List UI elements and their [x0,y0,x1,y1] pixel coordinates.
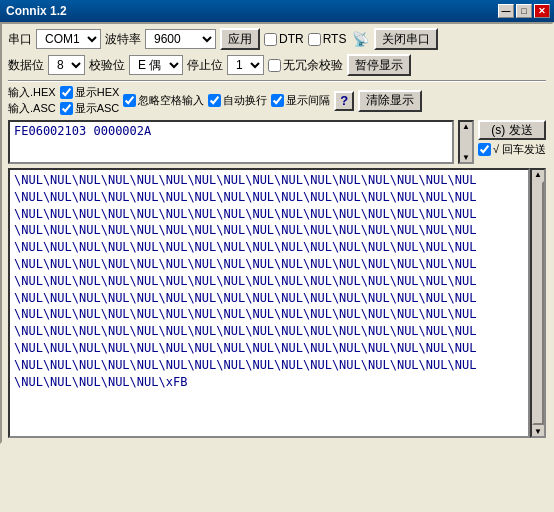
output-line: \NUL\NUL\NUL\NUL\NUL\NUL\NUL\NUL\NUL\NUL… [14,172,524,189]
output-line: \NUL\NUL\NUL\NUL\NUL\NUL\NUL\NUL\NUL\NUL… [14,306,524,323]
output-display: \NUL\NUL\NUL\NUL\NUL\NUL\NUL\NUL\NUL\NUL… [8,168,530,438]
dtr-label: DTR [279,32,304,46]
row-serial-settings: 数据位 8 7 校验位 E 偶 N 无 停止位 1 2 无冗余校验 暂停显示 [8,54,546,76]
auto-wrap-label: 自动换行 [223,93,267,108]
scroll-thumb[interactable] [532,181,544,425]
show-asc-checkbox[interactable] [60,102,73,115]
return-send-label: √ 回车发送 [493,142,546,157]
show-hex-label: 显示HEX [75,85,120,100]
scroll-up-arrow[interactable]: ▲ [534,170,542,179]
maximize-button[interactable]: □ [516,4,532,18]
output-line: \NUL\NUL\NUL\NUL\NUL\NUL\NUL\NUL\NUL\NUL… [14,357,524,374]
close-port-button[interactable]: 关闭串口 [374,28,438,50]
output-line: \NUL\NUL\NUL\NUL\NUL\NUL\NUL\NUL\NUL\NUL… [14,189,524,206]
output-line: \NUL\NUL\NUL\NUL\NUL\NUL\NUL\NUL\NUL\NUL… [14,239,524,256]
help-icon[interactable]: ? [334,91,354,111]
parity-combo[interactable]: E 偶 N 无 [129,55,183,75]
input-hex-label: 输入.HEX [8,85,56,100]
output-line: \NUL\NUL\NUL\NUL\NUL\NUL\NUL\NUL\NUL\NUL… [14,206,524,223]
title-bar: Connix 1.2 — □ ✕ [0,0,554,22]
ignore-space-label: 忽略空格输入 [138,93,204,108]
data-bits-combo[interactable]: 8 7 [48,55,85,75]
ignore-space-check-group: 忽略空格输入 [123,93,204,108]
title-bar-buttons: — □ ✕ [498,4,550,18]
output-section: \NUL\NUL\NUL\NUL\NUL\NUL\NUL\NUL\NUL\NUL… [8,168,546,438]
baud-select[interactable]: 9600 115200 [145,29,216,49]
parity-select[interactable]: E 偶 N 无 [129,55,183,75]
hex-input-scrollbar[interactable]: ▲ ▼ [458,120,474,164]
dtr-checkbox[interactable] [264,33,277,46]
window-title: Connix 1.2 [6,4,67,18]
port-combo[interactable]: COM1 [36,29,101,49]
auto-wrap-checkbox[interactable] [208,94,221,107]
hex-input-field[interactable]: FE06002103 0000002A [10,122,452,162]
divider-1 [8,80,546,82]
show-asc-label: 显示ASC [75,101,120,116]
output-line: \NUL\NUL\NUL\NUL\NUL\NUL\NUL\NUL\NUL\NUL… [14,256,524,273]
data-bits-label: 数据位 [8,57,44,74]
scroll-down-arrow[interactable]: ▼ [534,427,542,436]
no-parity-checkbox[interactable] [268,59,281,72]
close-button[interactable]: ✕ [534,4,550,18]
output-line: \NUL\NUL\NUL\NUL\NUL\NUL\NUL\NUL\NUL\NUL… [14,323,524,340]
input-asc-label: 输入.ASC [8,101,56,116]
apply-button[interactable]: 应用 [220,28,260,50]
window-body: 串口 COM1 波特率 9600 115200 应用 DTR RTS 📡 关闭串… [0,22,554,444]
rts-checkbox[interactable] [308,33,321,46]
output-line: \NUL\NUL\NUL\NUL\NUL\NUL\NUL\NUL\NUL\NUL… [14,222,524,239]
baud-label: 波特率 [105,31,141,48]
parity-label: 校验位 [89,57,125,74]
data-bits-select[interactable]: 8 7 [48,55,85,75]
show-space-check-group: 显示间隔 [271,93,330,108]
output-line: \NUL\NUL\NUL\NUL\NUL\NUL\NUL\NUL\NUL\NUL… [14,340,524,357]
stop-bits-combo[interactable]: 1 2 [227,55,264,75]
show-asc-check-group: 显示ASC [60,101,120,116]
no-parity-label: 无冗余校验 [283,57,343,74]
rts-label: RTS [323,32,347,46]
show-space-checkbox[interactable] [271,94,284,107]
hex-input-wrapper: FE06002103 0000002A [8,120,454,164]
port-select[interactable]: COM1 [36,29,101,49]
auto-wrap-check-group: 自动换行 [208,93,267,108]
send-button-group: (s) 发送 √ 回车发送 [478,120,546,157]
clear-display-button[interactable]: 清除显示 [358,90,422,112]
ignore-space-checkbox[interactable] [123,94,136,107]
output-line: \NUL\NUL\NUL\NUL\NUL\xFB [14,374,524,391]
show-hex-check-group: 显示HEX [60,85,120,100]
row-port-settings: 串口 COM1 波特率 9600 115200 应用 DTR RTS 📡 关闭串… [8,28,546,50]
minimize-button[interactable]: — [498,4,514,18]
output-line: \NUL\NUL\NUL\NUL\NUL\NUL\NUL\NUL\NUL\NUL… [14,290,524,307]
antenna-icon: 📡 [350,29,370,49]
output-line: \NUL\NUL\NUL\NUL\NUL\NUL\NUL\NUL\NUL\NUL… [14,273,524,290]
send-button[interactable]: (s) 发送 [478,120,546,140]
baud-combo[interactable]: 9600 115200 [145,29,216,49]
show-space-label: 显示间隔 [286,93,330,108]
show-hex-checkbox[interactable] [60,86,73,99]
return-send-check-group: √ 回车发送 [478,142,546,157]
row-input-options: 输入.HEX 输入.ASC 显示HEX 显示ASC 忽略空格输入 自动换行 显示… [8,85,546,116]
rts-check-group: RTS [308,32,347,46]
output-scrollbar[interactable]: ▲ ▼ [530,168,546,438]
port-label: 串口 [8,31,32,48]
stop-bits-label: 停止位 [187,57,223,74]
no-parity-check-group: 无冗余校验 [268,57,343,74]
stop-bits-select[interactable]: 1 2 [227,55,264,75]
return-send-checkbox[interactable] [478,143,491,156]
dtr-check-group: DTR [264,32,304,46]
hex-input-section: FE06002103 0000002A ▲ ▼ (s) 发送 √ 回车发送 [8,120,546,164]
pause-display-button[interactable]: 暂停显示 [347,54,411,76]
